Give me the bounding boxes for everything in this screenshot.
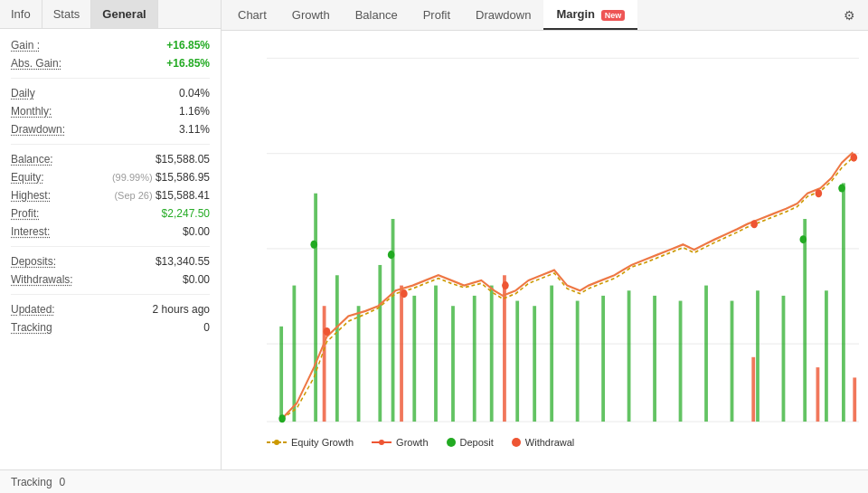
- svg-rect-23: [412, 296, 416, 422]
- tab-growth[interactable]: Growth: [279, 1, 343, 29]
- svg-rect-39: [782, 296, 786, 422]
- daily-label: Daily: [11, 87, 35, 100]
- svg-rect-36: [704, 286, 708, 422]
- svg-point-50: [310, 241, 317, 249]
- daily-value: 0.04%: [179, 87, 210, 100]
- svg-point-56: [502, 281, 509, 289]
- left-tabs: Info Stats General: [0, 0, 221, 29]
- tab-drawdown[interactable]: Drawdown: [463, 1, 543, 29]
- legend-equity-growth-label: Equity Growth: [291, 437, 354, 448]
- abs-gain-row: Abs. Gain: +16.85%: [11, 54, 210, 72]
- svg-rect-22: [392, 219, 395, 422]
- svg-point-59: [851, 154, 858, 162]
- svg-rect-27: [490, 286, 494, 422]
- drawdown-label: Drawdown:: [11, 123, 65, 136]
- withdrawals-label: Withdrawals:: [11, 273, 73, 286]
- svg-rect-46: [751, 357, 755, 422]
- tracking-label-left: Tracking: [11, 321, 52, 334]
- profit-value: $2,247.50: [162, 207, 210, 220]
- withdrawal-dot-icon: [512, 438, 521, 447]
- svg-rect-31: [576, 301, 580, 422]
- deposits-row: Deposits: $13,340.55: [11, 252, 210, 270]
- svg-point-57: [750, 220, 758, 228]
- abs-gain-label: Abs. Gain:: [11, 57, 61, 70]
- equity-note: (99.99%): [112, 172, 153, 183]
- svg-rect-35: [679, 301, 683, 422]
- deposits-value: $13,340.55: [156, 255, 210, 268]
- svg-rect-17: [292, 286, 296, 422]
- updated-row: Updated: 2 hours ago: [11, 300, 210, 318]
- svg-rect-19: [335, 275, 339, 422]
- svg-rect-25: [451, 306, 455, 422]
- right-tabs: Chart Growth Balance Profit Drawdown Mar…: [222, 0, 868, 31]
- svg-point-53: [838, 185, 845, 193]
- tracking-label: Tracking: [11, 476, 52, 488]
- svg-point-58: [816, 189, 823, 197]
- balance-label: Balance:: [11, 153, 53, 166]
- chart-area: 20% 15% 10% 5% 0% Aug 17, '23 May 02, '2…: [222, 31, 868, 469]
- highest-label: Highest:: [11, 189, 51, 202]
- svg-rect-26: [473, 296, 476, 422]
- main-container: Info Stats General Gain : +16.85% Abs. G…: [0, 0, 868, 469]
- equity-growth-icon: [267, 438, 287, 447]
- gain-value: +16.85%: [166, 39, 210, 52]
- legend-equity-growth: Equity Growth: [267, 437, 354, 448]
- tracking-value: 0: [60, 476, 66, 488]
- interest-row: Interest: $0.00: [11, 223, 210, 241]
- filter-icon[interactable]: ⚙: [835, 3, 864, 28]
- gain-label: Gain :: [11, 39, 40, 52]
- svg-point-54: [324, 327, 331, 336]
- svg-rect-24: [434, 286, 438, 422]
- drawdown-value: 3.11%: [179, 123, 210, 136]
- tab-margin[interactable]: Margin New: [543, 0, 637, 30]
- svg-rect-40: [803, 219, 807, 422]
- tab-profit[interactable]: Profit: [410, 1, 463, 29]
- svg-point-51: [388, 251, 395, 259]
- tracking-value-left: 0: [203, 321, 210, 334]
- tab-stats[interactable]: Stats: [42, 0, 92, 28]
- deposits-label: Deposits:: [11, 255, 56, 268]
- svg-rect-43: [323, 306, 326, 422]
- svg-point-61: [274, 440, 279, 445]
- legend-deposit-label: Deposit: [460, 437, 494, 448]
- balance-row: Balance: $15,588.05: [11, 150, 210, 168]
- svg-rect-18: [314, 194, 317, 422]
- tracking-row: Tracking 0: [11, 318, 210, 337]
- svg-rect-21: [378, 265, 382, 422]
- svg-rect-41: [825, 290, 828, 422]
- svg-rect-16: [279, 327, 283, 422]
- svg-rect-20: [357, 306, 361, 422]
- withdrawals-value: $0.00: [183, 273, 210, 286]
- svg-rect-48: [853, 377, 856, 422]
- svg-rect-32: [601, 296, 605, 422]
- svg-point-63: [379, 440, 384, 445]
- tab-info[interactable]: Info: [0, 0, 42, 28]
- legend-growth-label: Growth: [396, 437, 428, 448]
- abs-gain-value: +16.85%: [166, 57, 210, 70]
- tab-chart[interactable]: Chart: [225, 1, 279, 29]
- legend-withdrawal-label: Withdrawal: [525, 437, 574, 448]
- svg-point-52: [800, 235, 807, 243]
- tab-balance[interactable]: Balance: [343, 1, 410, 29]
- highest-note: (Sep 26): [114, 190, 152, 201]
- drawdown-row: Drawdown: 3.11%: [11, 120, 210, 138]
- highest-row: Highest: (Sep 26) $15,588.41: [11, 186, 210, 204]
- tab-general[interactable]: General: [91, 0, 157, 28]
- svg-rect-38: [756, 290, 760, 422]
- legend-growth: Growth: [372, 437, 428, 448]
- legend-deposit: Deposit: [447, 437, 494, 448]
- svg-rect-47: [816, 367, 820, 422]
- svg-rect-30: [550, 286, 553, 422]
- daily-row: Daily 0.04%: [11, 84, 210, 102]
- svg-rect-44: [400, 286, 403, 422]
- equity-label: Equity:: [11, 171, 44, 184]
- growth-chart: 20% 15% 10% 5% 0% Aug 17, '23 May 02, '2…: [267, 40, 859, 429]
- highest-value: (Sep 26) $15,588.41: [114, 189, 210, 202]
- right-panel: Chart Growth Balance Profit Drawdown Mar…: [222, 0, 868, 469]
- left-panel: Info Stats General Gain : +16.85% Abs. G…: [0, 0, 222, 469]
- new-badge: New: [601, 10, 626, 21]
- updated-value: 2 hours ago: [153, 303, 210, 316]
- chart-legend: Equity Growth Growth Deposit Withdrawal: [267, 431, 859, 450]
- svg-rect-28: [515, 301, 519, 422]
- profit-row: Profit: $2,247.50: [11, 204, 210, 223]
